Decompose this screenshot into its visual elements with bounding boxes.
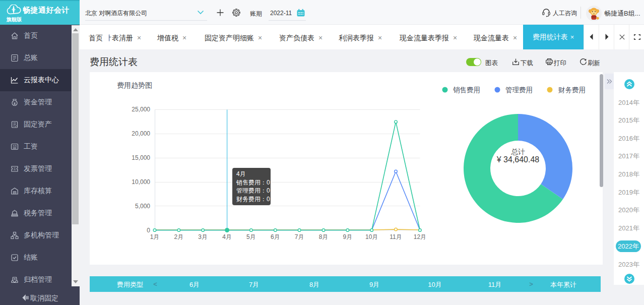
svg-text:10月: 10月 (365, 233, 378, 240)
svg-text:3月: 3月 (198, 233, 208, 240)
svg-text:5,000: 5,000 (135, 203, 150, 210)
svg-text:¥ 34,640.48: ¥ 34,640.48 (496, 155, 540, 164)
svg-text:10,000: 10,000 (132, 178, 150, 186)
svg-text:25,000: 25,000 (132, 106, 150, 113)
svg-text:20,000: 20,000 (132, 130, 150, 137)
svg-text:费用趋势图: 费用趋势图 (117, 81, 152, 89)
svg-text:12月: 12月 (414, 233, 426, 240)
svg-text:1月: 1月 (150, 233, 160, 240)
svg-text:2月: 2月 (174, 233, 184, 240)
svg-text:11月: 11月 (390, 233, 402, 240)
svg-text:5月: 5月 (246, 233, 256, 240)
svg-text:管理费用: 管理费用 (505, 86, 533, 94)
svg-text:财务费用: 财务费用 (558, 86, 586, 94)
svg-text:9月: 9月 (343, 233, 352, 240)
svg-text:4月: 4月 (222, 233, 232, 240)
svg-text:销售费用: 销售费用 (453, 86, 480, 94)
svg-text:8月: 8月 (319, 233, 329, 240)
svg-text:7月: 7月 (295, 233, 304, 240)
svg-text:6月: 6月 (271, 233, 280, 240)
svg-text:15,000: 15,000 (132, 154, 150, 161)
svg-text:0: 0 (147, 227, 150, 234)
